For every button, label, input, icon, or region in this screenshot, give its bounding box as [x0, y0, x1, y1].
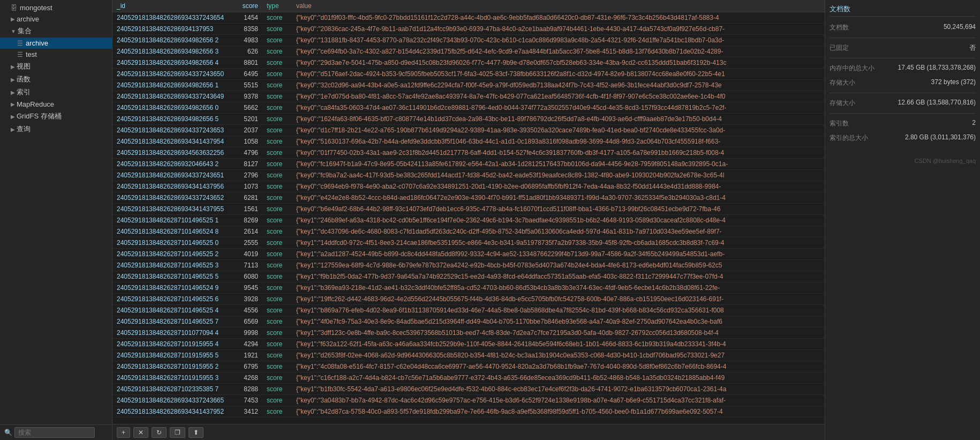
table-row[interactable]: 240529181384826287101496525 1 8269 score…	[112, 215, 825, 226]
sidebar-item-archive-top[interactable]: ▶ archive	[0, 13, 112, 25]
cell-type: score	[262, 305, 292, 316]
sidebar: 🗄 mongotest ▶ archive ▼ 集合 ☰ archive ☰ t…	[0, 0, 112, 440]
table-row[interactable]: 240529181384826286934337243650 6495 scor…	[112, 69, 825, 80]
sidebar-item-gridfs[interactable]: ▶ GridFS 存储桶	[0, 110, 112, 123]
cell-value: {"key0":"3a0483b7-bb7a-4942-87dc-4ac6c42…	[292, 395, 825, 406]
sidebar-item-label: 索引	[17, 87, 31, 97]
cell-id: 240529181384826286934337243650	[112, 69, 230, 80]
export-button[interactable]: ⬆	[189, 427, 203, 438]
table-row[interactable]: 240529181384826286934137953 8358 score {…	[112, 24, 825, 35]
refresh-button[interactable]: ↻	[152, 427, 167, 438]
table-row[interactable]: 240529181384826286934341437955 1561 scor…	[112, 204, 825, 215]
cell-id: 240529181384826287101077094 4	[112, 327, 230, 339]
cell-score: 8288	[230, 384, 262, 395]
table-row[interactable]: 240529181384826286934337243652 6281 scor…	[112, 192, 825, 204]
sidebar-item-indexes[interactable]: ▶ 索引	[0, 86, 112, 99]
cell-id: 240529181384826286934337243652	[112, 192, 230, 204]
sidebar-item-test-col[interactable]: ☰ test	[0, 49, 112, 60]
cell-id: 240529181384826287101496525 5	[112, 271, 230, 282]
table-area: _id score type value 2405291813848262869…	[112, 0, 825, 424]
table-row[interactable]: 240529181384826287101915955 2 6795 score…	[112, 361, 825, 372]
cell-value: {"key0":"1624fa63-8f06-4635-bf07-c808774…	[292, 114, 825, 125]
table-row[interactable]: 240529181384826287101496524 8 2614 score…	[112, 226, 825, 237]
stat-value: 50,245,694	[944, 23, 976, 32]
cell-score: 9998	[230, 327, 262, 339]
table-row[interactable]: 240529181384826286934982656 0 5662 score…	[112, 102, 825, 114]
sidebar-item-collections[interactable]: ▼ 集合	[0, 25, 112, 38]
cell-id: 240529181384826286934337243653	[112, 125, 230, 136]
cell-type: score	[262, 339, 292, 350]
table-row[interactable]: 240529181384826286934982656 3 626 score …	[112, 46, 825, 57]
table-row[interactable]: 240529181384826287101496525 0 2555 score…	[112, 237, 825, 249]
chevron-right-icon: ▶	[11, 64, 15, 70]
table-row[interactable]: 240529181384826286932046643 2 8127 score…	[112, 159, 825, 170]
sidebar-item-functions[interactable]: ▶ 函数	[0, 73, 112, 86]
table-row[interactable]: 240529181384826286934341437954 1058 scor…	[112, 136, 825, 147]
table-row[interactable]: 240529181384826287101496525 7 6569 score…	[112, 316, 825, 327]
sidebar-item-mapreduce[interactable]: ▶ MapReduce	[0, 99, 112, 110]
table-row[interactable]: 240529181384826286934337243654 1454 scor…	[112, 12, 825, 24]
cell-value: {"key0":"e424e2e8-8b52-4ccc-b84d-aed186f…	[292, 192, 825, 204]
table-row[interactable]: 240529181384826287101496525 2 4019 score…	[112, 249, 825, 260]
stat-label: 存储大小	[830, 78, 855, 87]
cell-score: 5201	[230, 114, 262, 125]
table-row[interactable]: 240529181384826287101496525 5 6080 score…	[112, 271, 825, 282]
add-button[interactable]: +	[117, 427, 130, 438]
cell-value: {"key1":"f632a122-62f1-45fa-a63c-a46a6aa…	[292, 339, 825, 350]
table-row[interactable]: 240529181384826287102335385 7 8288 score…	[112, 384, 825, 395]
cell-type: score	[262, 260, 292, 271]
chevron-right-icon: ▶	[11, 16, 15, 22]
search-input[interactable]	[14, 427, 95, 438]
table-row[interactable]: 240529181384826287101915955 4 4294 score…	[112, 339, 825, 350]
table-row[interactable]: 240529181384826286934337243649 9378 scor…	[112, 91, 825, 102]
cell-type: score	[262, 215, 292, 226]
cell-score: 4294	[230, 339, 262, 350]
table-row[interactable]: 240529181384826287101077094 4 9998 score…	[112, 327, 825, 339]
cell-score: 6281	[230, 192, 262, 204]
cell-value: {"key0":"d5176aef-2dac-4924-b353-9cf5905…	[292, 69, 825, 80]
sidebar-item-mongotest[interactable]: 🗄 mongotest	[0, 2, 112, 13]
table-row[interactable]: 240529181384826286934982656 5 5201 score…	[112, 114, 825, 125]
table-row[interactable]: 240529181384826286934341437956 1073 scor…	[112, 181, 825, 192]
copy-button[interactable]: ❐	[170, 427, 185, 438]
table-row[interactable]: 240529181384826287101496525 4 4556 score…	[112, 305, 825, 316]
cell-id: 240529181384826286934337243665	[112, 395, 230, 406]
table-row[interactable]: 240529181384826286934563632256 4796 scor…	[112, 147, 825, 159]
cell-type: score	[262, 384, 292, 395]
sidebar-item-label: 函数	[17, 74, 31, 84]
cell-type: score	[262, 46, 292, 57]
cell-value: {"key1":"246b89ef-a63a-4318-bc42-cd0b5e1…	[292, 215, 825, 226]
table-icon: ☰	[17, 40, 23, 47]
column-header-type: type	[262, 0, 292, 12]
table-row[interactable]: 240529181384826286934337243653 2037 scor…	[112, 125, 825, 136]
table-row[interactable]: 240529181384826287101915955 5 1921 score…	[112, 350, 825, 361]
cell-value: {"key1":"4c08fa08-e516-4fc7-8157-c62e04d…	[292, 361, 825, 372]
table-row[interactable]: 240529181384826286934337243665 7453 scor…	[112, 395, 825, 406]
sidebar-item-queries[interactable]: ▶ 查询	[0, 123, 112, 136]
table-row[interactable]: 240529181384826287101496525 3 7113 score…	[112, 260, 825, 271]
cell-id: 240529181384826287101496525 4	[112, 305, 230, 316]
cell-type: score	[262, 204, 292, 215]
cell-value: {"key0":"ce694fb0-3a7c-4302-a827-b154d4c…	[292, 46, 825, 57]
table-row[interactable]: 240529181384826287101496525 6 3928 score…	[112, 294, 825, 305]
table-row[interactable]: 240529181384826286934341437952 3412 scor…	[112, 406, 825, 417]
table-row[interactable]: 240529181384826287101496524 9 9545 score…	[112, 282, 825, 294]
table-row[interactable]: 240529181384826286934982656 2 4983 score…	[112, 35, 825, 46]
table-row[interactable]: 240529181384826286934337243651 2796 scor…	[112, 170, 825, 181]
sidebar-item-label: test	[26, 50, 37, 58]
cell-value: {"key0":"51630137-696a-42b7-b44a-defd9e3…	[292, 136, 825, 147]
delete-button[interactable]: ✕	[133, 427, 148, 438]
sidebar-item-views[interactable]: ▶ 视图	[0, 60, 112, 73]
table-row[interactable]: 240529181384826287101915955 3 4268 score…	[112, 372, 825, 384]
stat-label: 索引的总大小	[830, 133, 868, 143]
chevron-right-icon: ▶	[11, 101, 15, 107]
table-row[interactable]: 240529181384826286934982656 4 8801 score…	[112, 57, 825, 69]
sidebar-item-archive-col[interactable]: ☰ archive	[0, 38, 112, 49]
chevron-right-icon: ▶	[11, 77, 15, 83]
table-row[interactable]: 240529181384826286934982656 1 5515 score…	[112, 80, 825, 91]
cell-type: score	[262, 406, 292, 417]
cell-id: 240529181384826286934982656 0	[112, 102, 230, 114]
cell-value: {"key0":"d1c7ff18-2b21-4e22-a765-190b877…	[292, 125, 825, 136]
table-body: 240529181384826286934337243654 1454 scor…	[112, 12, 825, 417]
chevron-right-icon: ▶	[11, 90, 15, 95]
